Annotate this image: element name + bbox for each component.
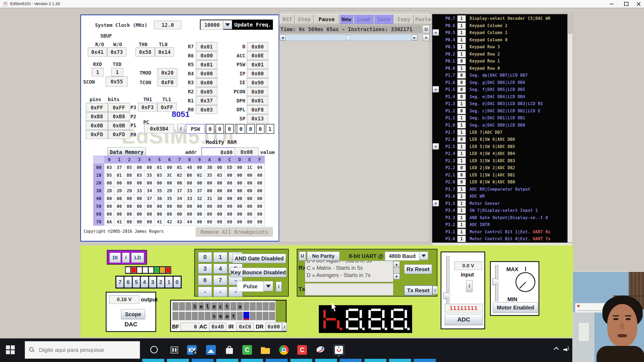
mem-cell[interactable]: 00 [245,218,255,226]
baud-dropdown-icon[interactable] [419,252,428,260]
mem-cell[interactable]: 44 [185,218,195,226]
port-expander-button[interactable]: + [433,200,439,206]
mem-cell[interactable]: 00 [235,218,244,226]
scroll-right-icon[interactable]: ► [412,35,418,40]
mem-cell[interactable]: 01 [174,164,184,171]
mem-cell[interactable]: 00 [164,164,174,171]
mem-cell[interactable]: 48 [185,164,195,171]
u-button[interactable]: U [423,25,430,34]
psw-bit-1[interactable]: 0 [215,124,224,134]
mem-cell[interactable]: 00 [195,218,204,226]
port-pin-value[interactable]: 1 [457,101,466,107]
mem-cell[interactable]: 00 [144,218,154,226]
psw-bit-0[interactable]: 0 [206,124,214,134]
keypad-key-blank10[interactable]: - [213,287,227,297]
mem-cell[interactable]: 00 [154,210,164,218]
mem-cell[interactable]: 00 [204,218,214,226]
port-pin-value[interactable]: 0 [457,72,466,79]
switch-1[interactable]: 1 [165,276,173,288]
mem-cell[interactable]: 03 [215,171,225,179]
taskbar-icon-mail[interactable]: 4 [186,344,197,356]
adc-slider-thumb[interactable] [444,293,451,299]
mem-cell[interactable]: 00 [204,202,214,210]
mem-cell[interactable]: 41 [154,218,164,226]
mem-cell[interactable]: 00 [124,202,134,210]
port-pin-value[interactable]: 0 [457,79,466,86]
mem-cell[interactable]: 00 [255,218,265,226]
mem-cell[interactable]: 05 [124,164,134,171]
psw-bit-7[interactable]: 1 [266,124,274,134]
mem-cell[interactable]: 01 [154,164,164,171]
scroll-thumb[interactable] [346,35,350,40]
mem-cell[interactable]: 36 [154,195,164,202]
mem-cell[interactable]: 00 [225,179,235,187]
mem-cell[interactable]: ED [225,164,235,171]
taskbar-icon-folder[interactable] [260,344,271,356]
port-pin-value[interactable]: 0 [457,94,466,100]
mem-cell[interactable]: 42 [164,218,174,226]
mem-cell[interactable]: 00 [215,218,225,226]
port-pin-value[interactable]: 0 [457,86,466,93]
mem-cell[interactable]: 37 [114,164,124,171]
baud-select[interactable]: 4800 Baud [385,252,420,261]
mem-cell[interactable]: 00 [225,202,235,210]
rx-line[interactable]: B » 007 Again - Starts in 3s [305,261,393,264]
mem-cell[interactable]: 3B [204,164,214,171]
mem-cell[interactable]: 34 [174,195,184,202]
switch-2[interactable]: 2 [157,276,164,288]
toolbar-button-step[interactable]: Step [295,14,314,24]
pulse-info-button[interactable]: i [276,282,282,292]
mem-cell[interactable]: 00 [225,210,235,218]
mem-cell[interactable]: 00 [144,164,154,171]
mem-cell[interactable]: 6A [104,218,114,226]
scope-button[interactable]: Scope [121,309,145,319]
mem-cell[interactable]: 41 [114,218,124,226]
port-pin-value[interactable]: 0 [457,58,466,64]
mem-cell[interactable]: 34 [144,187,154,195]
mem-cell[interactable]: 00 [104,202,114,210]
rx-line[interactable]: C » Matrix - Starts in 5s [305,264,393,272]
mem-cell[interactable]: 00 [134,218,144,226]
mem-cell[interactable]: 00 [255,171,265,179]
port-pin-value[interactable]: 1 [457,44,466,50]
port-pin-value[interactable]: 1 [457,221,466,228]
key-bounce-button[interactable]: Key Bounce Disabled [230,268,287,277]
mem-cell[interactable]: 02 [174,171,184,179]
mem-cell[interactable]: 00 [215,202,225,210]
mem-cell[interactable]: 00 [245,187,255,195]
psw-bit-2[interactable]: 0 [225,124,234,134]
mem-cell[interactable]: 00 [255,187,265,195]
port-pin-value[interactable]: 1 [457,122,466,128]
mem-cell[interactable]: B8 [124,171,134,179]
mem-cell[interactable]: 00 [134,195,144,202]
port-pin-value[interactable]: 1 [457,193,466,200]
port-pin-value[interactable]: 1 [457,37,466,43]
port-pin-value[interactable]: 0 [457,108,466,114]
port-pin-value[interactable]: 1 [457,129,466,136]
taskbar-icon-java[interactable] [333,344,345,356]
mem-cell[interactable]: 00 [235,202,244,210]
mem-cell[interactable]: 01 [114,171,124,179]
mem-cell[interactable]: 00 [225,187,235,195]
mem-cell[interactable]: 2D [114,187,124,195]
motor-knob[interactable] [515,272,535,292]
mem-cell[interactable]: 00 [215,210,225,218]
parity-button[interactable]: No Parity [307,252,340,261]
mem-cell[interactable]: 00 [114,202,124,210]
mem-cell[interactable]: 00 [154,179,164,187]
mem-cell[interactable]: 00 [225,195,235,202]
port-pin-value[interactable]: 1 [457,229,466,235]
keypad-key-4[interactable]: 4 [213,264,227,274]
mem-cell[interactable]: 00 [124,218,134,226]
rx-line[interactable]: D » Avengers - Starts in 7s [305,272,393,279]
mem-cell[interactable]: 00 [114,195,124,202]
task-view-icon[interactable] [171,346,178,353]
mem-cell[interactable]: 00 [134,210,144,218]
mem-cell[interactable]: 00 [164,179,174,187]
switch-0[interactable]: 0 [173,276,181,288]
rx-list[interactable]: B » 007 Again - Starts in 3sC » Matrix -… [305,261,393,282]
switch-3[interactable]: 3 [149,276,156,288]
port-pin-value[interactable]: 1 [457,150,466,157]
di-button[interactable]: DI [109,253,121,263]
mem-cell[interactable]: 00 [245,210,255,218]
